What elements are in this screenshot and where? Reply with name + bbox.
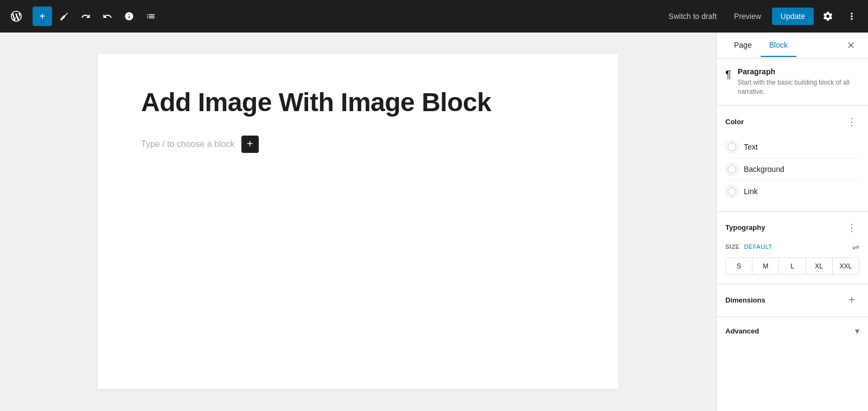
toolbar: + Switch to draft Preview Update [0, 0, 868, 33]
text-color-circle [725, 140, 738, 153]
typography-section-header: Typography ⋮ [725, 220, 859, 235]
size-label-text: SIZE [725, 243, 739, 250]
block-description: Start with the basic building block of a… [738, 78, 859, 97]
block-info: ¶ Paragraph Start with the basic buildin… [717, 59, 868, 106]
preview-button[interactable]: Preview [727, 9, 768, 24]
advanced-chevron-icon: ▾ [855, 326, 859, 336]
size-btn-xxl[interactable]: XXL [833, 258, 859, 274]
add-block-toolbar-button[interactable]: + [33, 7, 52, 26]
switch-to-draft-button[interactable]: Switch to draft [662, 9, 723, 24]
size-label-row: SIZE DEFAULT ⇌ [725, 242, 859, 252]
tab-block[interactable]: Block [761, 34, 796, 57]
dimensions-add-button[interactable]: + [844, 293, 859, 308]
advanced-section: Advanced ▾ [717, 317, 868, 345]
wp-logo[interactable] [7, 7, 26, 26]
more-options-button[interactable] [842, 7, 861, 26]
advanced-section-title: Advanced [725, 327, 759, 335]
color-item-text[interactable]: Text [725, 136, 859, 158]
block-info-text: Paragraph Start with the basic building … [738, 67, 859, 97]
size-controls-icon[interactable]: ⇌ [852, 242, 859, 252]
size-btn-xl[interactable]: XL [806, 258, 833, 274]
settings-button[interactable] [818, 7, 838, 26]
paragraph-icon: ¶ [725, 68, 731, 81]
color-section-header: Color ⋮ [725, 114, 859, 130]
info-button[interactable] [119, 7, 139, 26]
post-title[interactable]: Add Image With Image Block [141, 87, 575, 118]
typography-more-button[interactable]: ⋮ [844, 220, 859, 235]
link-color-circle [725, 185, 738, 198]
dimensions-header: Dimensions + [725, 293, 859, 308]
typography-section-title: Typography [725, 223, 765, 232]
color-section-title: Color [725, 118, 744, 126]
background-color-circle [725, 163, 738, 176]
panel-header: Page Block ✕ [717, 33, 868, 59]
placeholder-text[interactable]: Type / to choose a block [141, 139, 235, 149]
panel-close-button[interactable]: ✕ [842, 37, 859, 54]
color-link-label: Link [744, 187, 758, 196]
editor-canvas: Add Image With Image Block Type / to cho… [98, 54, 618, 389]
size-label-default: DEFAULT [744, 243, 772, 250]
color-section: Color ⋮ Text Background Link [717, 106, 868, 211]
color-background-label: Background [744, 165, 784, 174]
size-buttons: S M L XL XXL [725, 258, 859, 275]
tab-page[interactable]: Page [725, 34, 761, 57]
panel-tabs: Page Block [725, 34, 842, 57]
size-btn-s[interactable]: S [726, 258, 752, 274]
list-view-button[interactable] [141, 7, 161, 26]
paragraph-block: Type / to choose a block + [141, 136, 575, 153]
advanced-header[interactable]: Advanced ▾ [725, 326, 859, 336]
redo-button[interactable] [98, 7, 117, 26]
color-more-button[interactable]: ⋮ [844, 114, 859, 130]
color-text-label: Text [744, 143, 758, 151]
undo-button[interactable] [76, 7, 95, 26]
update-button[interactable]: Update [772, 8, 814, 25]
size-btn-m[interactable]: M [752, 258, 779, 274]
main-area: Add Image With Image Block Type / to cho… [0, 33, 868, 411]
block-name: Paragraph [738, 67, 859, 76]
color-item-link[interactable]: Link [725, 181, 859, 202]
right-panel: Page Block ✕ ¶ Paragraph Start with the … [716, 33, 868, 411]
pencil-button[interactable] [54, 7, 74, 26]
toolbar-right: Switch to draft Preview Update [662, 7, 861, 26]
dimensions-section: Dimensions + [717, 284, 868, 317]
editor: Add Image With Image Block Type / to cho… [0, 33, 716, 411]
size-btn-l[interactable]: L [779, 258, 806, 274]
dimensions-section-title: Dimensions [725, 296, 765, 304]
add-block-inline-button[interactable]: + [241, 136, 259, 153]
typography-section: Typography ⋮ SIZE DEFAULT ⇌ S M L XL XXL [717, 211, 868, 284]
color-item-background[interactable]: Background [725, 158, 859, 181]
